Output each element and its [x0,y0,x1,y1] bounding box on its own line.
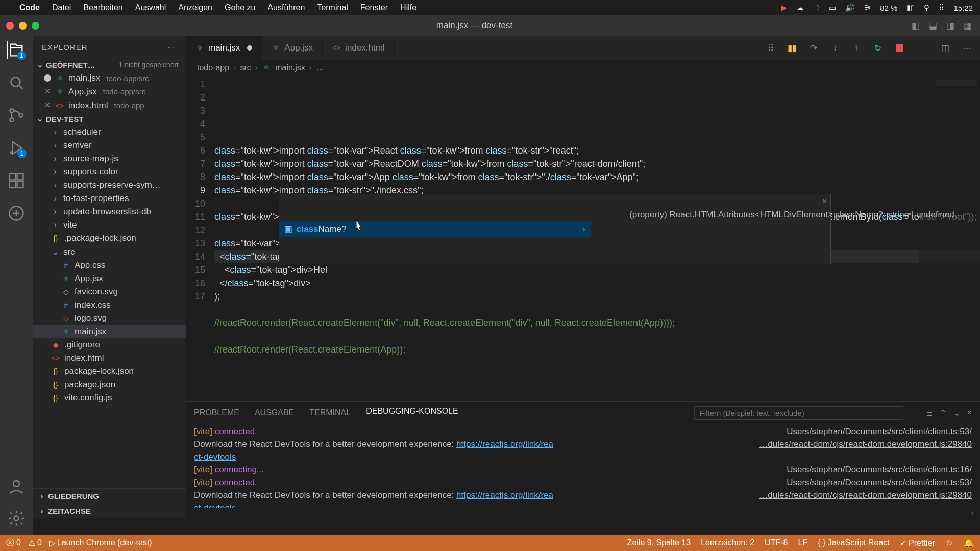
tree-file[interactable]: #index.css [33,298,186,312]
tree-file[interactable]: #App.css [33,259,186,272]
wifi-icon[interactable]: ⚞ [864,3,871,12]
search-activity-icon[interactable] [7,73,26,92]
menubar-item[interactable]: Anzeigen [178,3,212,12]
layout-icon[interactable]: ▦ [962,19,974,32]
account-activity-icon[interactable] [7,478,26,496]
debug-stop-icon[interactable] [893,42,905,54]
zoom-window-button[interactable] [32,22,39,30]
tree-folder[interactable]: ›vite [33,218,186,232]
editor-tab[interactable]: <> index.html [323,36,394,60]
status-cursor-position[interactable]: Zeile 9, Spalte 13 [627,538,691,547]
debug-step-over-icon[interactable]: ↷ [807,42,820,54]
status-encoding[interactable]: UTF-8 [765,538,788,547]
close-editor-icon[interactable]: × [44,86,51,97]
panel-tab-output[interactable]: AUSGABE [255,408,294,417]
status-debug-target[interactable]: ▷ Launch Chrome (dev-test) [49,538,152,548]
record-icon[interactable]: ▶︎ [781,3,787,12]
remote-activity-icon[interactable] [7,204,26,222]
tree-folder[interactable]: ›semver [33,139,186,152]
volume-icon[interactable]: 🔊 [845,3,855,12]
debug-pause-icon[interactable]: ▮▮ [786,42,798,54]
tree-folder[interactable]: ›supports-color [33,165,186,179]
split-editor-icon[interactable]: ◫ [939,42,951,54]
debug-console-filter-input[interactable] [694,406,903,420]
open-editor-item[interactable]: × <> index.html todo-app [33,98,186,112]
menubar-item[interactable]: Ausführen [267,3,305,12]
debug-restart-icon[interactable]: ↻ [872,42,884,54]
menubar-item[interactable]: Auswahl [135,3,166,12]
window-traffic-lights[interactable] [6,22,39,30]
tree-folder[interactable]: ›source-map-js [33,152,186,165]
close-window-button[interactable] [6,22,14,30]
dnd-icon[interactable]: ☽ [813,3,820,12]
menubar-item[interactable]: Bearbeiten [83,3,122,12]
tree-file[interactable]: ⚛main.jsx [33,325,186,338]
code-content[interactable]: ▣ className? › (property) React.HTMLAttr… [214,76,980,401]
collapse-panel-icon[interactable]: ⌃ [940,408,946,418]
open-editor-item[interactable]: × ⚛ App.jsx todo-app/src [33,85,186,98]
tree-file[interactable]: <>index.html [33,352,186,365]
tree-file[interactable]: ◆.gitignore [33,338,186,352]
chevron-right-icon[interactable]: › [582,222,585,236]
debug-console-output[interactable]: [vite] connected.Users/stephan/Documents… [186,424,980,508]
status-feedback-icon[interactable]: ☺ [945,538,953,547]
menubar-item[interactable]: Datei [52,3,71,12]
filter-settings-icon[interactable]: ≣ [926,408,933,418]
open-editor-item[interactable]: ⚛ main.jsx todo-app/src [33,71,186,85]
tree-file[interactable]: {}vite.config.js [33,391,186,405]
panel-left-icon[interactable]: ◧ [910,19,922,32]
menubar-item[interactable]: Hilfe [400,3,416,12]
editor-tab[interactable]: ⚛ main.jsx [186,36,262,60]
display-icon[interactable]: ▭ [829,3,836,12]
tree-file[interactable]: {}package-lock.json [33,365,186,378]
tree-file[interactable]: ◇favicon.svg [33,285,186,298]
tree-folder[interactable]: ›supports-preserve-sym… [33,179,186,192]
tree-file[interactable]: ⚛App.jsx [33,272,186,285]
more-actions-icon[interactable]: ⋯ [961,42,973,54]
debug-step-out-icon[interactable]: ↑ [850,42,863,54]
tree-folder[interactable]: ⌄src [33,245,186,259]
intellisense-suggest-popup[interactable]: ▣ className? › (property) React.HTMLAttr… [279,194,831,264]
debug-step-into-icon[interactable]: ↓ [829,42,841,54]
status-indent[interactable]: Leerzeichen: 2 [701,538,754,547]
panel-right-icon[interactable]: ◨ [944,19,957,32]
project-header[interactable]: ⌄ DEV-TEST [33,112,186,126]
debug-console-input-indicator[interactable]: › [186,508,980,518]
explorer-activity-icon[interactable]: 1 [7,41,25,59]
close-editor-icon[interactable]: × [44,100,51,111]
minimize-window-button[interactable] [19,22,27,30]
tree-folder[interactable]: ›scheduler [33,126,186,139]
open-editors-header[interactable]: ⌄ GEÖFFNET… 1 nicht gespeichert [33,58,186,71]
menubar-item[interactable]: Gehe zu [225,3,255,12]
sidebar-more-icon[interactable]: ⋯ [167,42,177,52]
tree-file[interactable]: {}package.json [33,378,186,391]
panel-tab-terminal[interactable]: TERMINAL [309,408,351,417]
status-errors[interactable]: ⓧ 0 [6,538,21,548]
outline-header[interactable]: ›GLIEDERUNG [33,489,186,504]
control-center-icon[interactable]: ⠿ [939,3,944,12]
panel-tab-debug-console[interactable]: DEBUGGING-KONSOLE [366,407,458,419]
spotlight-icon[interactable]: ⚲ [924,3,929,12]
menubar-item[interactable]: Fenster [360,3,388,12]
source-control-activity-icon[interactable] [7,106,26,124]
menubar-item[interactable]: Terminal [317,3,348,12]
status-language[interactable]: { } JavaScript React [818,538,890,547]
panel-bottom-icon[interactable]: ⬓ [927,19,939,32]
status-eol[interactable]: LF [798,538,807,547]
code-editor[interactable]: 1234567891011121314151617 ▣ className? › [186,76,980,401]
suggest-item[interactable]: ▣ className? › [279,221,591,237]
debug-activity-icon[interactable]: 1 [7,139,26,157]
minimap[interactable] [919,76,980,401]
drag-handle-icon[interactable]: ⠿ [765,42,777,54]
tree-file[interactable]: {}.package-lock.json [33,232,186,245]
panel-tab-problems[interactable]: PROBLEME [194,408,239,417]
expand-panel-icon[interactable]: ⌄ [953,408,960,418]
settings-activity-icon[interactable] [7,509,26,528]
tree-file[interactable]: ◇logo.svg [33,312,186,325]
breadcrumb[interactable]: todo-app› src› ⚛ main.jsx› … [186,60,980,76]
menubar-clock[interactable]: 15:22 [953,4,973,12]
status-bell-icon[interactable]: 🔔 [964,538,974,548]
cloud-icon[interactable]: ☁︎ [796,3,804,12]
editor-tab[interactable]: ⚛ App.jsx [262,36,323,60]
menubar-app-name[interactable]: Code [19,3,40,12]
